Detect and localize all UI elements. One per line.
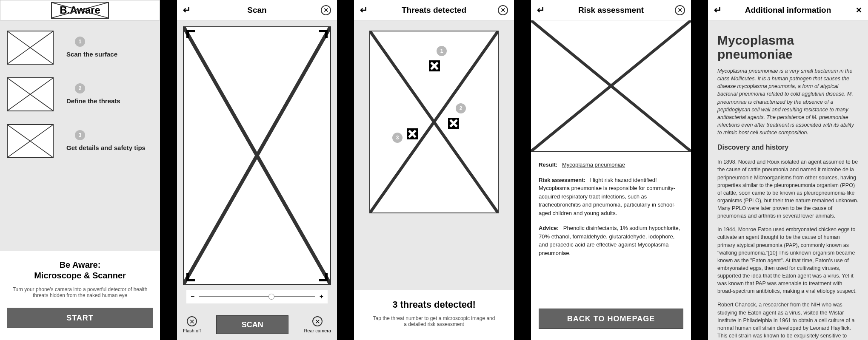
back-icon[interactable]: ↵ (537, 5, 545, 16)
flash-label: Flash off (183, 328, 201, 333)
zoom-track[interactable] (199, 296, 315, 297)
back-home-button[interactable]: BACK TO HOMEPAGE (539, 309, 683, 329)
step-1: 1 Scan the surface (7, 31, 153, 65)
page-title: Additional information (745, 6, 831, 15)
threat-marker-icon (448, 118, 459, 129)
close-icon[interactable] (856, 6, 862, 15)
screen-home: B.Aware 1 Scan the surface 2 Define the … (0, 0, 160, 340)
close-icon[interactable]: ✕ (675, 5, 685, 15)
intro-panel: Be Aware: Microscope & Scanner Turn your… (0, 251, 160, 340)
scan-viewport: − + ✕ Flash off SCAN ✕ Rear camera (177, 20, 337, 340)
result-value[interactable]: Mycoplasma pneumoniae (562, 162, 625, 168)
article-body[interactable]: Mycoplasma pneumoniae Mycoplasma pneumon… (708, 20, 868, 340)
screen-scan: ↵ Scan ✕ − + ✕ Flash off SCAN ✕ (177, 0, 337, 340)
camera-icon: ✕ (312, 316, 323, 326)
close-icon[interactable]: ✕ (498, 5, 508, 15)
flash-toggle[interactable]: ✕ Flash off (183, 316, 201, 333)
scan-result-placeholder (369, 31, 499, 213)
page-title: Threats detected (402, 6, 466, 15)
page-title: Risk assessment (578, 6, 644, 15)
frame-corner-icon (186, 30, 195, 38)
header: ↵ Risk assessment ✕ (531, 0, 691, 20)
article-heading: Mycoplasma pneumoniae (717, 33, 859, 61)
threat-marker-1[interactable]: 1 (429, 60, 440, 71)
zoom-out-icon[interactable]: − (191, 293, 194, 300)
step-2-number: 2 (75, 83, 85, 94)
step-1-image-placeholder (7, 31, 54, 65)
threat-number: 2 (456, 103, 466, 113)
threats-heading: 3 threats detected! (363, 299, 505, 310)
screen-threats: ↵ Threats detected ✕ 1 2 3 3 threats det… (354, 0, 514, 340)
frame-corner-icon (319, 273, 328, 281)
threat-number: 1 (437, 46, 447, 56)
intro-heading-1: Be Aware: (7, 260, 153, 270)
header: ↵ Additional information (708, 0, 868, 20)
step-3: 3 Get details and safety tips (7, 124, 153, 158)
screen-risk: ↵ Risk assessment ✕ Result: Mycoplasma p… (531, 0, 691, 340)
svg-line-14 (450, 120, 457, 127)
article-paragraph: In 1898, Nocard and Roux isolated an age… (717, 158, 859, 220)
svg-line-12 (431, 62, 438, 69)
onboarding-steps: 1 Scan the surface 2 Define the threats … (0, 20, 160, 158)
step-3-image-placeholder (7, 124, 54, 158)
step-1-number: 1 (75, 37, 85, 47)
microscope-image-placeholder (531, 20, 691, 152)
back-icon[interactable]: ↵ (183, 5, 191, 16)
step-1-label: Scan the surface (66, 50, 117, 59)
threat-number: 3 (392, 133, 403, 143)
threats-summary: 3 threats detected! Tap the threat numbe… (354, 290, 514, 340)
flash-icon: ✕ (187, 316, 197, 326)
threat-marker-2[interactable]: 2 (448, 118, 459, 129)
article-subheading: Discovery and history (717, 142, 859, 152)
camera-label: Rear camera (304, 328, 331, 333)
close-icon[interactable]: ✕ (321, 5, 331, 15)
frame-corner-icon (186, 273, 195, 281)
zoom-in-icon[interactable]: + (320, 293, 323, 300)
step-3-number: 3 (75, 130, 85, 140)
step-2: 2 Define the threats (7, 77, 153, 111)
threat-map: 1 2 3 (369, 31, 499, 213)
step-3-label: Get details and safety tips (66, 144, 146, 152)
threat-marker-icon (407, 128, 418, 139)
threats-description: Tap the threat number to get a microscop… (371, 315, 497, 327)
header: ↵ Threats detected ✕ (354, 0, 514, 20)
start-button[interactable]: START (7, 308, 153, 328)
intro-heading-2: Microscope & Scanner (7, 271, 153, 280)
article-paragraph: In 1944, Monroe Eaton used embryonated c… (717, 226, 859, 295)
step-2-image-placeholder (7, 77, 54, 111)
intro-description: Turn your phone's camera into a powerful… (11, 286, 149, 298)
article-paragraph: Robert Chanock, a researcher from the NI… (717, 301, 859, 340)
screen-info: ↵ Additional information Mycoplasma pneu… (708, 0, 868, 340)
risk-text-panel: Result: Mycoplasma pneumoniae Risk asses… (531, 152, 691, 309)
page-title: Scan (247, 6, 266, 15)
advice-label: Advice: (539, 225, 559, 231)
zoom-thumb[interactable] (268, 294, 274, 300)
header: ↵ Scan ✕ (177, 0, 337, 20)
svg-line-15 (450, 120, 457, 127)
step-2-label: Define the threats (66, 97, 120, 105)
camera-preview-placeholder (183, 26, 331, 285)
back-icon[interactable]: ↵ (714, 5, 722, 16)
scan-button[interactable]: SCAN (216, 315, 288, 334)
article-intro: Mycoplasma pneumoniae is a very small ba… (717, 67, 859, 136)
result-label: Result: (539, 162, 557, 168)
threat-marker-3[interactable]: 3 (407, 128, 418, 139)
header: B.Aware (0, 0, 160, 20)
back-icon[interactable]: ↵ (360, 5, 368, 16)
risk-label: Risk assessment: (539, 177, 585, 183)
app-logo: B.Aware (51, 2, 109, 19)
svg-line-13 (431, 62, 438, 69)
zoom-slider[interactable]: − + (186, 290, 328, 303)
threat-marker-icon (429, 60, 440, 71)
svg-line-17 (409, 130, 416, 137)
camera-toggle[interactable]: ✕ Rear camera (304, 316, 331, 333)
frame-corner-icon (319, 30, 328, 38)
svg-line-16 (409, 130, 416, 137)
